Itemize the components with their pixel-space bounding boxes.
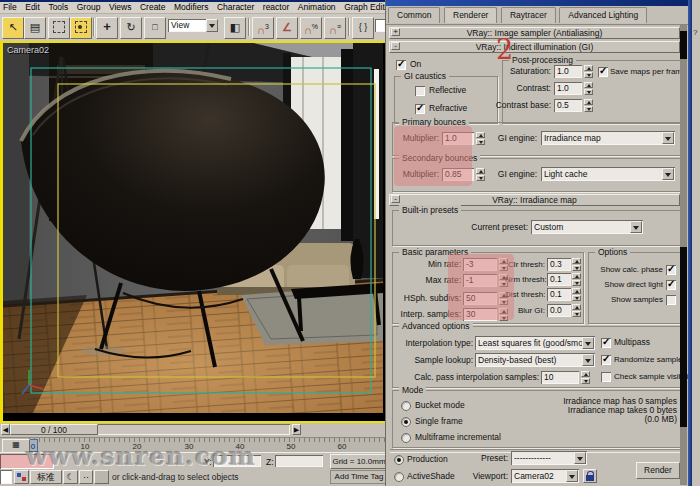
max-rate-field[interactable]: -1 [463, 274, 497, 287]
calc-pass-field[interactable]: 10 [541, 371, 579, 384]
rollout-image-sampler-toggle[interactable]: + [391, 28, 400, 36]
y-coordinate-field[interactable] [213, 455, 261, 467]
snap-toggle-3d-icon[interactable]: ∩3 [252, 17, 274, 39]
select-object-icon[interactable]: ↖ [2, 17, 24, 39]
rollout-indirect-illumination[interactable]: VRay:: Indirect illumination (GI) [389, 41, 680, 53]
interp-samples-field[interactable]: 30 [463, 308, 497, 321]
rollout-irradiance-map-toggle[interactable]: - [391, 195, 400, 203]
secondary-engine-dropdown[interactable]: Light cache [541, 167, 675, 181]
menu-edit[interactable]: Edit [22, 2, 43, 13]
clr-thresh-spinner[interactable] [572, 258, 583, 271]
rollout-indirect-illumination-toggle[interactable]: - [391, 42, 400, 50]
blur-gi-field[interactable]: 0.0 [547, 304, 571, 317]
scrollbar-thumb[interactable] [680, 247, 687, 427]
percent-snap-icon[interactable]: ∩% [300, 17, 322, 39]
select-and-rotate-icon[interactable]: ↻ [120, 17, 142, 39]
show-calc-checkbox[interactable] [666, 265, 676, 275]
show-direct-checkbox[interactable] [666, 280, 676, 290]
dropdown-arrow-icon[interactable] [582, 354, 594, 366]
primary-multiplier-field[interactable]: 1.0 [442, 132, 474, 145]
spinner-snap-icon[interactable]: ∩≡ [324, 17, 346, 39]
menu-views[interactable]: Views [106, 2, 135, 13]
production-radio[interactable] [394, 455, 404, 465]
ime-mode-button[interactable]: 标准 [30, 470, 62, 484]
contrast-base-field[interactable]: 0.5 [554, 99, 582, 112]
angle-snap-icon[interactable]: ∠ [276, 17, 298, 39]
nrm-thresh-spinner[interactable] [572, 273, 583, 286]
reflective-checkbox[interactable] [415, 86, 425, 96]
select-by-name-icon[interactable]: ▤ [24, 17, 46, 39]
dist-thresh-field[interactable]: 0.1 [547, 288, 571, 301]
dropdown-arrow-icon[interactable] [574, 452, 586, 464]
secondary-multiplier-spinner[interactable] [476, 168, 487, 181]
contrast-spinner[interactable] [584, 82, 595, 95]
track-bar[interactable]: 0 10 20 30 40 50 60 [0, 437, 385, 453]
menu-create[interactable]: Create [137, 2, 169, 13]
primary-multiplier-spinner[interactable] [476, 132, 487, 145]
add-time-tag[interactable]: Add Time Tag [330, 470, 388, 484]
next-frame-icon[interactable]: ▶ [292, 424, 301, 435]
tab-raytracer[interactable]: Raytracer [501, 7, 556, 23]
dropdown-arrow-icon[interactable] [582, 337, 594, 349]
previous-frame-icon[interactable]: ◀ [1, 424, 10, 435]
clr-thresh-field[interactable]: 0.3 [547, 258, 571, 271]
mini-curve-editor-button[interactable]: ▦ [2, 439, 30, 453]
blur-gi-spinner[interactable] [572, 304, 583, 317]
primary-engine-dropdown[interactable]: Irradiance map [541, 131, 675, 145]
menu-character[interactable]: Character [214, 2, 257, 13]
bucket-mode-radio[interactable] [401, 401, 411, 411]
secondary-multiplier-field[interactable]: 0.85 [442, 168, 474, 181]
view-dropdown-arrow-icon[interactable] [206, 19, 218, 32]
dropdown-arrow-icon[interactable] [662, 168, 674, 180]
dropdown-arrow-icon[interactable] [566, 470, 578, 482]
menu-modifiers[interactable]: Modifiers [171, 2, 211, 13]
gi-on-checkbox[interactable] [396, 60, 406, 70]
ime-icon[interactable] [14, 470, 29, 484]
scrollbar-thumb[interactable] [680, 31, 687, 59]
select-and-scale-icon[interactable]: □ [144, 17, 166, 39]
keyboard-shortcut-override-icon[interactable]: { } [352, 17, 374, 39]
named-selection-field[interactable] [375, 19, 385, 32]
refractive-checkbox[interactable] [415, 104, 425, 114]
listener-input-field[interactable] [0, 470, 12, 484]
select-and-move-icon[interactable]: + [96, 17, 118, 39]
menu-reactor[interactable]: reactor [260, 2, 292, 13]
rollout-image-sampler[interactable]: VRay:: Image sampler (Antialiasing) [389, 27, 680, 39]
contrast-field[interactable]: 1.0 [554, 82, 582, 95]
nrm-thresh-field[interactable]: 0.1 [547, 273, 571, 286]
check-sample-visibility-checkbox[interactable] [601, 372, 611, 382]
maxscript-mini-listener[interactable] [0, 454, 54, 469]
dropdown-arrow-icon[interactable] [662, 132, 674, 144]
z-coordinate-field[interactable] [275, 455, 323, 467]
mirror-icon[interactable]: ◧ [224, 17, 246, 39]
dialog-title-bar[interactable] [386, 0, 688, 6]
ime-softkeyboard-icon[interactable] [94, 470, 109, 484]
tab-renderer[interactable]: Renderer [444, 7, 497, 23]
ime-punctuation-icon[interactable]: ‥ [79, 470, 93, 484]
multiframe-incremental-radio[interactable] [401, 433, 411, 443]
randomize-samples-checkbox[interactable] [601, 355, 611, 365]
activeshade-radio[interactable] [394, 472, 404, 482]
tab-advanced-lighting[interactable]: Advanced Lighting [559, 7, 647, 23]
save-maps-checkbox[interactable] [598, 67, 608, 77]
viewport-lock-button[interactable] [583, 469, 597, 483]
time-slider-handle[interactable]: 0 / 100 [10, 424, 98, 435]
dist-thresh-spinner[interactable] [572, 288, 583, 301]
menu-animation[interactable]: Animation [295, 2, 339, 13]
tab-common[interactable]: Common [388, 7, 440, 23]
hsph-subdivs-field[interactable]: 50 [463, 292, 497, 305]
dropdown-arrow-icon[interactable] [630, 221, 642, 233]
rectangular-selection-region-icon[interactable] [48, 17, 70, 39]
show-samples-checkbox[interactable] [666, 295, 676, 305]
single-frame-radio[interactable] [401, 417, 411, 427]
menu-group[interactable]: Group [74, 2, 104, 13]
calc-pass-spinner[interactable] [581, 371, 592, 384]
saturation-field[interactable]: 1.0 [554, 65, 582, 78]
preset-dropdown[interactable]: ------------- [511, 451, 587, 465]
multipass-checkbox[interactable] [601, 338, 611, 348]
min-rate-field[interactable]: -3 [463, 258, 497, 271]
interpolation-type-dropdown[interactable]: Least squares fit (good/smoot [475, 336, 595, 350]
viewport-dropdown[interactable]: Camera02 [511, 469, 579, 483]
viewport-camera-label[interactable]: Camera02 [7, 45, 49, 55]
current-preset-dropdown[interactable]: Custom [531, 220, 643, 234]
